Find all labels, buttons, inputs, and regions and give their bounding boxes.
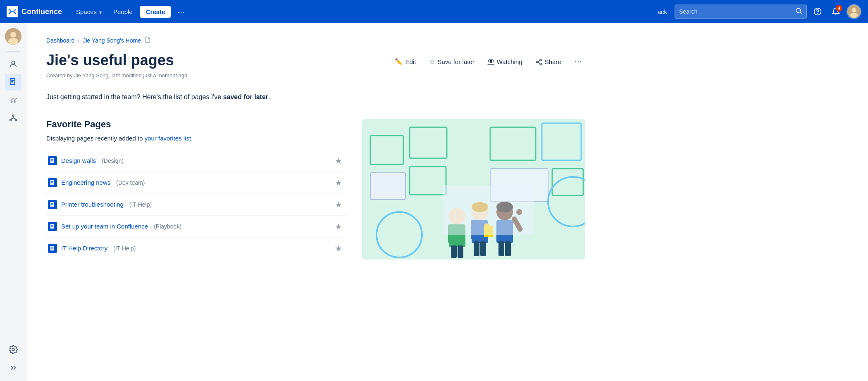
search-box[interactable] — [675, 5, 807, 19]
sidebar-item-profile[interactable] — [5, 56, 21, 72]
breadcrumb-settings-icon[interactable] — [144, 36, 151, 45]
notification-badge: 4 — [836, 5, 842, 12]
list-item: IT Help Directory (IT Help) ★ — [46, 238, 346, 259]
sidebar-item-quotes[interactable] — [5, 92, 21, 109]
svg-rect-63 — [474, 241, 479, 256]
star-button-2[interactable]: ★ — [333, 176, 344, 189]
sidebar-settings-button[interactable] — [5, 341, 21, 358]
sidebar-expand-button[interactable] — [5, 360, 21, 376]
favorite-pages-desc: Displaying pages recently added to your … — [46, 135, 346, 142]
svg-rect-74 — [443, 185, 534, 235]
svg-point-5 — [852, 8, 856, 12]
list-item: Set up your team in Confluence (Playbook… — [46, 216, 346, 238]
sidebar-user-avatar[interactable] — [5, 28, 21, 45]
page-link-4[interactable]: Set up your team in Confluence — [61, 223, 148, 230]
svg-rect-57 — [458, 245, 463, 258]
people-nav-button[interactable]: People — [109, 6, 137, 18]
svg-point-0 — [796, 8, 801, 13]
page-meta: Created by Jie Yang Song, last modified … — [46, 72, 585, 79]
page-item-left-4: Set up your team in Confluence (Playbook… — [48, 222, 181, 231]
page-space-5: (IT Help) — [113, 245, 136, 252]
page-link-5[interactable]: IT Help Directory — [61, 245, 107, 252]
svg-point-8 — [10, 32, 16, 38]
page-title-area: Jie's useful pages ✏️ Edit ☆ Save for la… — [46, 51, 585, 69]
illustration-area — [362, 119, 585, 260]
breadcrumb: Dashboard / Jie Yang Song's Home — [46, 36, 585, 45]
star-button-5[interactable]: ★ — [333, 242, 344, 255]
svg-rect-37 — [51, 226, 52, 226]
edit-icon: ✏️ — [395, 58, 403, 66]
watching-button[interactable]: 👁 Watching — [484, 55, 526, 68]
search-icon-button[interactable] — [795, 7, 802, 17]
star-button-1[interactable]: ★ — [333, 154, 344, 167]
favorites-list-link[interactable]: your favorites list — [145, 135, 191, 142]
sidebar-resize-handle[interactable] — [7, 51, 20, 52]
page-more-button[interactable]: ··· — [571, 55, 585, 69]
svg-line-25 — [538, 60, 540, 62]
page-item-left-1: Design walls (Design) — [48, 156, 124, 165]
star-button-4[interactable]: ★ — [333, 220, 344, 233]
svg-point-9 — [8, 38, 18, 45]
svg-line-19 — [13, 118, 16, 119]
svg-point-10 — [12, 61, 14, 64]
star-outline-icon: ☆ — [429, 58, 435, 66]
page-item-left-2: Engineering news (Dev team) — [48, 178, 145, 187]
svg-point-6 — [850, 13, 858, 18]
logo[interactable]: Confluence — [7, 6, 62, 17]
sidebar-item-tree[interactable] — [5, 110, 21, 127]
svg-point-20 — [12, 348, 14, 351]
svg-rect-31 — [51, 182, 52, 183]
svg-point-21 — [540, 59, 541, 61]
breadcrumb-separator: / — [78, 37, 80, 44]
edit-button[interactable]: ✏️ Edit — [391, 55, 420, 68]
svg-point-16 — [15, 119, 17, 121]
svg-rect-34 — [51, 204, 52, 205]
page-item-left-3: Printer troubleshooting (IT Help) — [48, 200, 152, 209]
svg-rect-30 — [51, 181, 53, 181]
spaces-menu-button[interactable]: Spaces — [72, 6, 106, 18]
sidebar-item-pages[interactable] — [5, 74, 21, 90]
left-sidebar — [0, 23, 26, 381]
breadcrumb-dashboard-link[interactable]: Dashboard — [46, 37, 75, 44]
user-avatar-nav[interactable] — [847, 4, 861, 19]
favorite-pages-title: Favorite Pages — [46, 119, 346, 130]
search-input[interactable] — [679, 8, 795, 15]
svg-rect-13 — [12, 81, 12, 82]
page-link-2[interactable]: Engineering news — [61, 179, 110, 186]
page-space-4: (Playbook) — [154, 223, 181, 230]
share-button[interactable]: Share — [532, 55, 565, 68]
svg-rect-36 — [51, 225, 53, 225]
page-space-1: (Design) — [102, 157, 124, 164]
breadcrumb-page-link[interactable]: Jie Yang Song's Home — [83, 37, 141, 44]
sidebar-bottom — [5, 341, 21, 376]
svg-rect-44 — [370, 173, 405, 200]
svg-rect-39 — [51, 247, 53, 247]
page-body: Just getting started in the team? Here's… — [46, 92, 585, 102]
svg-rect-72 — [498, 241, 504, 256]
svg-rect-27 — [51, 159, 53, 160]
logo-text: Confluence — [21, 7, 62, 16]
top-navigation: Confluence Spaces People Create ··· ack — [0, 0, 868, 23]
create-button[interactable]: Create — [140, 6, 171, 18]
svg-line-18 — [10, 118, 13, 119]
page-space-3: (IT Help) — [129, 201, 152, 208]
user-avatar-image — [847, 5, 861, 18]
list-item: Design walls (Design) ★ — [46, 150, 346, 172]
svg-point-3 — [818, 13, 818, 14]
save-for-later-button[interactable]: ☆ Save for later — [426, 55, 477, 68]
svg-point-23 — [540, 63, 541, 64]
page-link-3[interactable]: Printer troubleshooting — [61, 201, 124, 208]
help-button[interactable] — [810, 4, 825, 19]
back-nav-label: ack — [653, 6, 671, 18]
page-title: Jie's useful pages — [46, 51, 174, 69]
list-item: Printer troubleshooting (IT Help) ★ — [46, 194, 346, 216]
page-link-1[interactable]: Design walls — [61, 157, 96, 164]
page-space-2: (Dev team) — [116, 179, 145, 186]
more-nav-button[interactable]: ··· — [174, 5, 188, 18]
notifications-button[interactable]: 4 — [828, 4, 843, 19]
star-button-3[interactable]: ★ — [333, 198, 344, 211]
svg-line-1 — [800, 12, 801, 14]
svg-point-15 — [10, 119, 11, 121]
app-layout: Dashboard / Jie Yang Song's Home Jie's u… — [0, 23, 868, 381]
svg-rect-12 — [12, 80, 12, 81]
